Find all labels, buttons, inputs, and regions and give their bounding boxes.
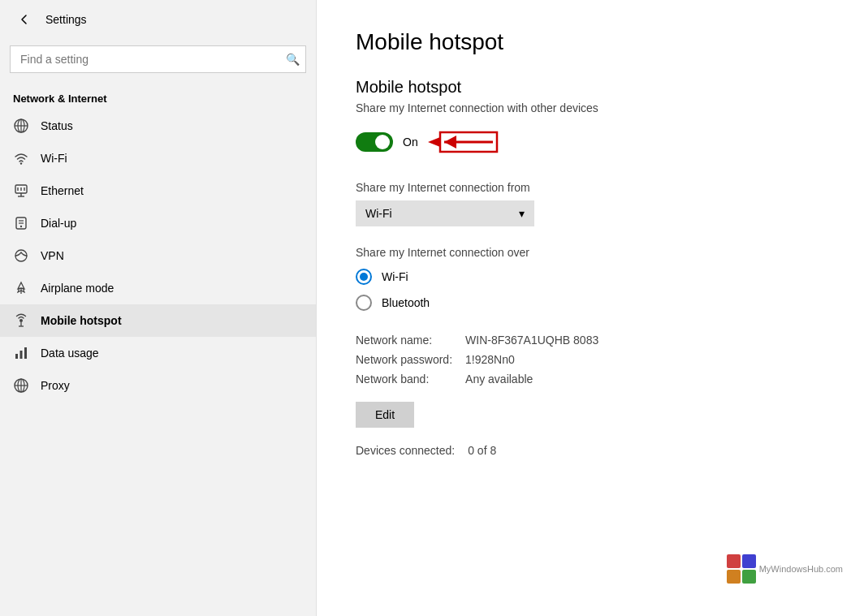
proxy-icon: [13, 377, 29, 394]
svg-marker-27: [444, 136, 456, 149]
search-icon[interactable]: 🔍: [286, 53, 300, 66]
arrow-annotation: [428, 126, 501, 158]
network-band-value: Any available: [465, 373, 812, 386]
hotspot-icon: [13, 312, 29, 329]
app-title: Settings: [45, 13, 87, 26]
network-band-label: Network band:: [356, 373, 452, 386]
sidebar-item-wifi-label: Wi-Fi: [41, 152, 67, 165]
nav-list: StatusWi-FiEthernetDial-upVPNAirplane mo…: [0, 110, 316, 402]
network-name-value: WIN-8F367A1UQHB 8083: [465, 334, 812, 347]
sidebar-item-status[interactable]: Status: [0, 110, 316, 142]
dropdown-value: Wi-Fi: [365, 207, 392, 220]
radio-bluetooth-label: Bluetooth: [382, 296, 430, 309]
dialup-icon: [13, 215, 29, 231]
airplane-icon: [13, 280, 29, 296]
watermark-icon: [727, 554, 756, 584]
sidebar-item-hotspot[interactable]: Mobile hotspot: [0, 304, 316, 337]
sidebar-item-airplane-label: Airplane mode: [41, 282, 114, 295]
radio-wifi-circle: [356, 269, 372, 285]
watermark: MyWindowsHub.com: [727, 554, 843, 584]
wifi-icon: [13, 150, 29, 166]
chevron-down-icon: ▾: [519, 207, 525, 220]
sidebar-item-airplane[interactable]: Airplane mode: [0, 272, 316, 304]
sidebar-item-data-label: Data usage: [41, 347, 99, 360]
svg-rect-21: [24, 347, 27, 359]
svg-rect-19: [15, 354, 18, 359]
share-over-label: Share my Internet connection over: [356, 246, 812, 259]
back-button[interactable]: [13, 8, 36, 31]
data-icon: [13, 345, 29, 361]
svg-point-4: [20, 162, 22, 164]
share-from-dropdown[interactable]: Wi-Fi ▾: [356, 200, 534, 226]
sidebar-item-hotspot-label: Mobile hotspot: [41, 314, 122, 327]
network-password-label: Network password:: [356, 353, 452, 366]
toggle-row: On: [356, 126, 812, 158]
section-description: Share my Internet connection with other …: [356, 101, 812, 114]
watermark-logo: MyWindowsHub.com: [727, 554, 843, 584]
sidebar-item-data[interactable]: Data usage: [0, 337, 316, 369]
status-icon: [13, 118, 29, 134]
svg-marker-29: [428, 137, 440, 147]
toggle-label: On: [403, 136, 418, 149]
sidebar-item-ethernet-label: Ethernet: [41, 184, 84, 197]
page-title: Mobile hotspot: [356, 29, 812, 55]
search-box: 🔍: [10, 45, 306, 73]
sidebar-item-dialup-label: Dial-up: [41, 217, 76, 230]
edit-button[interactable]: Edit: [356, 402, 414, 428]
search-input[interactable]: [10, 45, 306, 73]
nav-section-label: Network & Internet: [0, 86, 316, 110]
radio-wifi[interactable]: Wi-Fi: [356, 269, 812, 285]
network-name-label: Network name:: [356, 334, 452, 347]
section-title: Mobile hotspot: [356, 78, 812, 97]
sidebar-item-proxy-label: Proxy: [41, 379, 70, 392]
sidebar: Settings 🔍 Network & Internet StatusWi-F…: [0, 0, 317, 616]
network-password-value: 1!928Nn0: [465, 353, 812, 366]
share-over-radio-group: Wi-Fi Bluetooth: [356, 269, 812, 311]
devices-connected-grid: Devices connected: 0 of 8: [356, 444, 812, 457]
devices-connected-value: 0 of 8: [468, 444, 812, 457]
svg-point-14: [20, 226, 22, 227]
sidebar-item-ethernet[interactable]: Ethernet: [0, 174, 316, 207]
sidebar-item-proxy[interactable]: Proxy: [0, 369, 316, 402]
sidebar-item-status-label: Status: [41, 119, 73, 132]
sidebar-item-wifi[interactable]: Wi-Fi: [0, 142, 316, 174]
sidebar-item-vpn-label: VPN: [41, 249, 64, 262]
radio-bluetooth-circle: [356, 295, 372, 311]
vpn-icon: [13, 248, 29, 264]
devices-connected-label: Devices connected:: [356, 444, 455, 457]
mobile-hotspot-toggle[interactable]: [356, 132, 393, 152]
svg-rect-20: [20, 351, 23, 359]
svg-point-16: [19, 319, 23, 322]
watermark-text: MyWindowsHub.com: [759, 564, 843, 574]
share-from-label: Share my Internet connection from: [356, 181, 812, 194]
main-content: Mobile hotspot Mobile hotspot Share my I…: [317, 0, 851, 616]
sidebar-item-dialup[interactable]: Dial-up: [0, 207, 316, 239]
radio-wifi-label: Wi-Fi: [382, 270, 408, 283]
network-info-grid: Network name: WIN-8F367A1UQHB 8083 Netwo…: [356, 334, 812, 386]
ethernet-icon: [13, 183, 29, 199]
title-bar: Settings: [0, 0, 316, 39]
sidebar-item-vpn[interactable]: VPN: [0, 239, 316, 272]
radio-bluetooth[interactable]: Bluetooth: [356, 295, 812, 311]
